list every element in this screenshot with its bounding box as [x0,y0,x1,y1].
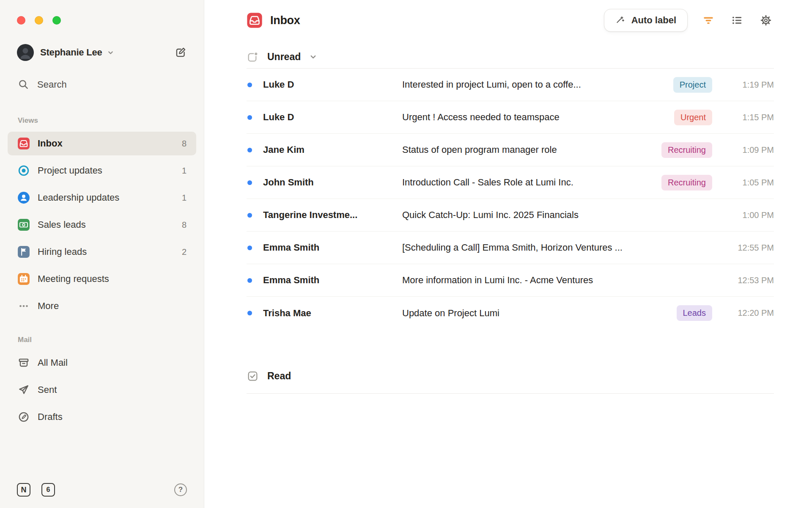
account-switcher[interactable]: Stephanie Lee [0,44,204,61]
user-name: Stephanie Lee [40,47,102,58]
email-row[interactable]: Tangerine Investme... Quick Catch-Up: Lu… [247,199,774,232]
email-sender: John Smith [263,177,390,188]
flag-icon [17,246,30,258]
email-row[interactable]: Luke D Urgent ! Access needed to teamspa… [247,101,774,134]
help-icon[interactable]: ? [174,483,187,496]
sidebar-footer: N 6 ? [0,472,204,508]
person-icon [17,191,30,204]
auto-label-button[interactable]: Auto label [604,9,688,32]
email-row[interactable]: Luke D Interested in project Lumi, open … [247,69,774,101]
sidebar-item-project-updates[interactable]: Project updates 1 [8,159,196,182]
sidebar-item-label: Project updates [38,165,102,176]
unread-dot-icon [247,311,252,315]
inbox-icon [247,12,263,28]
unread-dot-icon [247,213,252,218]
search-icon [18,79,29,90]
email-subject: More information in Lumi Inc. - Acme Ven… [402,275,712,286]
unread-dot-icon [247,83,252,87]
email-row[interactable]: Emma Smith [Scheduling a Call] Emma Smit… [247,232,774,264]
search-button[interactable]: Search [0,79,204,90]
sidebar-item-sent[interactable]: Sent [8,378,196,402]
label-badge: Recruiting [661,175,712,190]
email-row[interactable]: John Smith Introduction Call - Sales Rol… [247,166,774,199]
chevron-down-icon [107,49,114,56]
email-sender: Luke D [263,79,390,90]
email-row[interactable]: Trisha Mae Update on Project Lumi Leads … [247,297,774,329]
email-sender: Trisha Mae [263,308,390,319]
unread-count: 1 [182,166,187,176]
compose-icon[interactable] [174,46,187,59]
email-row[interactable]: Emma Smith More information in Lumi Inc.… [247,264,774,297]
mail-nav: All Mail Sent [0,351,204,429]
sidebar-item-label: Drafts [38,411,63,422]
sidebar-item-label: Sales leads [38,219,86,230]
sidebar-item-more[interactable]: More [8,294,196,318]
unread-count: 1 [182,193,187,203]
email-time: 1:15 PM [723,113,774,122]
email-subject: [Scheduling a Call] Emma Smith, Horizon … [402,242,712,253]
views-nav: Inbox 8 Project updates 1 [0,132,204,318]
unread-dot-icon [247,115,252,120]
notion-app-icon[interactable]: N [17,483,30,497]
label-badge: Urgent [674,110,712,125]
email-subject: Introduction Call - Sales Role at Lumi I… [402,177,652,188]
email-time: 1:00 PM [723,210,774,220]
label-badge: Leads [677,305,713,321]
auto-label-button-label: Auto label [631,15,676,26]
unread-dot-icon [247,180,252,185]
unread-dot-icon [247,148,252,152]
sidebar-item-hiring-leads[interactable]: Hiring leads 2 [8,240,196,264]
unread-group-label: Unread [267,51,301,63]
ellipsis-icon [17,300,30,312]
unread-count: 8 [182,139,187,149]
sidebar-item-label: Meeting requests [38,273,109,284]
minimize-window-button[interactable] [35,16,43,25]
sidebar-item-inbox[interactable]: Inbox 8 [8,132,196,155]
main-header: Inbox Auto label [247,8,774,33]
email-time: 12:55 PM [723,243,774,253]
sidebar-item-drafts[interactable]: Drafts [8,405,196,429]
read-group-label: Read [267,370,291,382]
email-subject: Quick Catch-Up: Lumi Inc. 2025 Financial… [402,210,712,221]
email-time: 12:20 PM [723,308,774,318]
calendar-app-icon[interactable]: 6 [41,483,55,497]
mail-section-label: Mail [0,336,204,344]
label-badge: Project [673,77,712,93]
sidebar-item-label: Inbox [38,138,63,149]
unread-count: 2 [182,247,187,257]
inbox-icon [17,137,30,150]
zoom-window-button[interactable] [52,16,61,25]
sidebar-item-label: More [38,301,59,312]
sidebar-item-all-mail[interactable]: All Mail [8,351,196,375]
unread-dot-icon [247,246,252,250]
banknote-icon [17,218,30,231]
search-label: Search [37,79,67,90]
filter-icon[interactable] [700,12,716,28]
target-icon [17,164,30,177]
close-window-button[interactable] [17,16,25,25]
read-checkbox-icon [247,370,259,382]
sidebar-item-leadership-updates[interactable]: Leadership updates 1 [8,186,196,210]
email-time: 12:53 PM [723,276,774,285]
window-controls [17,16,61,25]
sidebar: Stephanie Lee Search Views [0,0,204,508]
email-sender: Emma Smith [263,275,390,286]
email-subject: Update on Project Lumi [402,308,667,319]
read-group-header[interactable]: Read [247,370,774,394]
email-time: 1:05 PM [723,178,774,188]
sidebar-item-label: Leadership updates [38,192,119,203]
send-icon [17,384,30,396]
sidebar-item-sales-leads[interactable]: Sales leads 8 [8,213,196,237]
unread-group-header[interactable]: Unread [247,51,774,63]
chevron-down-icon[interactable] [309,53,317,61]
page-title: Inbox [270,14,300,27]
gear-icon[interactable] [758,12,774,28]
email-row[interactable]: Jane Kim Status of open program manager … [247,134,774,166]
calendar-icon [17,273,30,285]
main-panel: Inbox Auto label [204,0,812,508]
email-sender: Luke D [263,112,390,123]
sidebar-item-meeting-requests[interactable]: Meeting requests [8,267,196,291]
email-sender: Jane Kim [263,144,390,155]
list-view-icon[interactable] [729,12,745,28]
email-list: Luke D Interested in project Lumi, open … [247,69,774,329]
